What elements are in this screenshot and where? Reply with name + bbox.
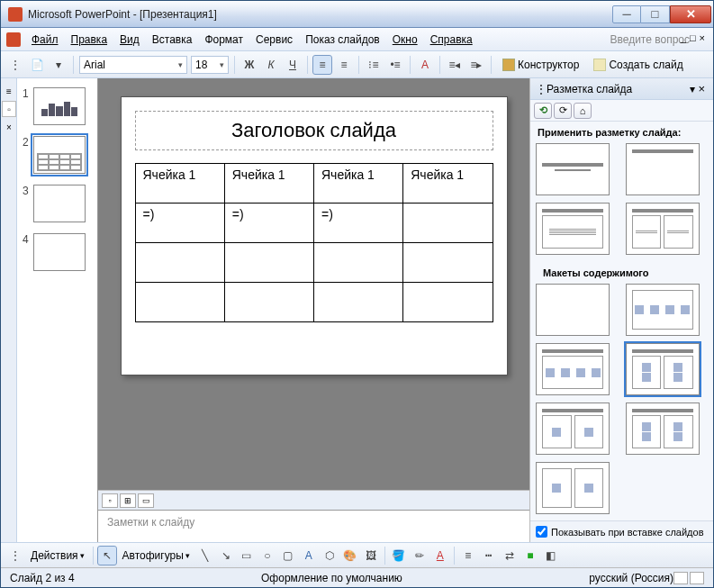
bullet-list-button[interactable]: •≡ [386, 56, 404, 74]
layout-comparison-b[interactable] [626, 403, 700, 455]
menu-slideshow[interactable]: Показ слайдов [300, 31, 385, 49]
back-button[interactable]: ⟲ [534, 103, 552, 119]
new-slide-button[interactable]: Создать слайд [588, 57, 688, 73]
arrow-style-button[interactable]: ⇄ [501, 547, 519, 565]
table-cell[interactable]: Ячейка 1 [403, 164, 493, 204]
layout-title-big-content[interactable] [536, 343, 610, 395]
layout-content[interactable] [626, 284, 700, 336]
table-cell[interactable] [224, 243, 313, 283]
outline-tab[interactable]: ≡ [2, 83, 16, 99]
status-icon-1[interactable] [673, 572, 688, 584]
wordart-button[interactable]: A [300, 547, 318, 565]
table-cell[interactable] [403, 283, 493, 322]
font-size-select[interactable]: 18▾ [191, 56, 229, 74]
table-cell[interactable] [314, 243, 403, 283]
layout-two-content[interactable] [626, 203, 700, 255]
slide-canvas[interactable]: Заголовок слайда Ячейка 1 Ячейка 1 Ячейк… [121, 96, 508, 375]
layout-title-content[interactable] [536, 203, 610, 255]
table-cell[interactable] [224, 283, 313, 322]
new-doc-icon[interactable]: 📄 [28, 56, 46, 74]
designer-button[interactable]: Конструктор [497, 57, 584, 73]
menu-file[interactable]: Файл [26, 31, 64, 49]
layout-four-content[interactable] [536, 462, 610, 514]
slide-table[interactable]: Ячейка 1 Ячейка 1 Ячейка 1 Ячейка 1 =) =… [135, 163, 493, 322]
dash-style-button[interactable]: ┅ [480, 547, 498, 565]
align-center-button[interactable]: ≡ [335, 56, 353, 74]
grip-icon[interactable]: ⋮ [6, 547, 24, 565]
underline-button[interactable]: Ч [284, 56, 302, 74]
diagram-button[interactable]: ⬡ [321, 547, 339, 565]
grip-icon[interactable]: ⋮ [536, 83, 547, 95]
menu-window[interactable]: Окно [387, 31, 423, 49]
numbered-list-button[interactable]: ⁝≡ [365, 56, 383, 74]
menu-format[interactable]: Формат [199, 31, 249, 49]
line-color-button[interactable]: ✏ [411, 547, 429, 565]
slide-title-text[interactable]: Заголовок слайда [143, 119, 485, 142]
pointer-tool[interactable]: ↖ [98, 547, 116, 565]
layout-blank[interactable] [536, 284, 610, 336]
clipart-button[interactable]: 🎨 [341, 547, 359, 565]
table-cell[interactable] [403, 204, 493, 243]
doc-restore-icon[interactable]: _ [681, 32, 686, 43]
slide-thumb-3[interactable] [33, 185, 86, 222]
home-button[interactable]: ⌂ [574, 103, 592, 119]
slides-tab[interactable]: ▫ [2, 101, 16, 117]
status-icon-2[interactable] [690, 572, 704, 584]
minimize-button[interactable]: ─ [612, 5, 641, 23]
menu-tools[interactable]: Сервис [250, 31, 298, 49]
doc-max-icon[interactable]: □ [690, 32, 696, 43]
table-cell[interactable]: Ячейка 1 [135, 164, 224, 204]
line-tool[interactable]: ╲ [196, 547, 214, 565]
table-cell[interactable]: Ячейка 1 [314, 164, 403, 204]
show-on-insert-label[interactable]: Показывать при вставке слайдов [551, 527, 704, 538]
table-cell[interactable] [135, 243, 224, 283]
notes-pane[interactable]: Заметки к слайду [98, 510, 529, 542]
forward-button[interactable]: ⟳ [554, 103, 572, 119]
3d-button[interactable]: ◧ [542, 547, 560, 565]
sorter-view-button[interactable]: ⊞ [120, 493, 136, 508]
layout-title[interactable] [536, 143, 610, 195]
table-cell[interactable]: =) [314, 204, 403, 243]
font-dialog-button[interactable]: A [416, 56, 434, 74]
layout-title-only[interactable] [626, 143, 700, 195]
table-cell[interactable] [314, 283, 403, 322]
autoshapes-menu[interactable]: Автофигуры▾ [119, 547, 194, 564]
table-cell[interactable] [135, 283, 224, 322]
shadow-button[interactable]: ■ [521, 547, 539, 565]
dropdown-icon[interactable]: ▾ [50, 56, 68, 74]
table-cell[interactable]: =) [224, 204, 313, 243]
slide-thumb-2[interactable] [33, 136, 86, 174]
oval-tool[interactable]: ○ [258, 547, 276, 565]
italic-button[interactable]: К [262, 56, 280, 74]
font-color-button[interactable]: A [431, 547, 449, 565]
close-button[interactable]: ✕ [670, 5, 711, 23]
layout-list[interactable]: Макеты содержимого [530, 143, 713, 520]
table-cell[interactable] [403, 243, 493, 283]
picture-button[interactable]: 🖼 [362, 547, 380, 565]
close-tabs[interactable]: × [2, 119, 16, 135]
menu-insert[interactable]: Вставка [147, 31, 198, 49]
doc-close-icon[interactable]: × [700, 32, 705, 43]
layout-two-big-content[interactable] [626, 343, 700, 395]
grip-icon[interactable]: ⋮ [6, 56, 24, 74]
font-select[interactable]: Arial▾ [79, 56, 187, 74]
slide-thumb-4[interactable] [33, 233, 86, 271]
slide-title-placeholder[interactable]: Заголовок слайда [135, 111, 493, 150]
bold-button[interactable]: Ж [240, 56, 258, 74]
table-cell[interactable]: Ячейка 1 [224, 164, 313, 204]
layout-comparison-a[interactable] [536, 403, 610, 455]
show-on-insert-checkbox[interactable] [536, 526, 547, 538]
maximize-button[interactable]: □ [641, 5, 670, 23]
slideshow-view-button[interactable]: ▭ [138, 493, 154, 508]
decrease-indent-button[interactable]: ≡◂ [446, 56, 464, 74]
menu-view[interactable]: Вид [114, 31, 145, 49]
menu-help[interactable]: Справка [425, 31, 478, 49]
arrow-tool[interactable]: ↘ [217, 547, 235, 565]
align-left-button[interactable]: ≡ [313, 56, 331, 74]
slide-stage[interactable]: Заголовок слайда Ячейка 1 Ячейка 1 Ячейк… [98, 78, 529, 490]
textbox-tool[interactable]: ▢ [279, 547, 297, 565]
normal-view-button[interactable]: ▫ [102, 493, 118, 508]
increase-indent-button[interactable]: ≡▸ [467, 56, 485, 74]
fill-color-button[interactable]: 🪣 [390, 547, 408, 565]
line-weight-button[interactable]: ≡ [459, 547, 477, 565]
